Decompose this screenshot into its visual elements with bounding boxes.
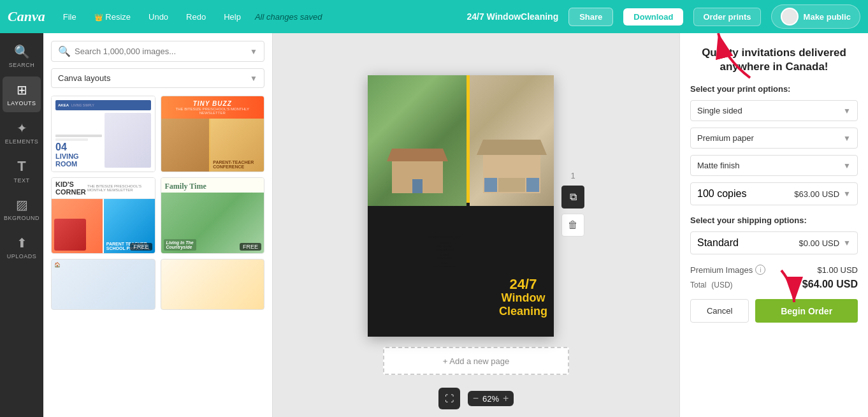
zoom-in-button[interactable]: + xyxy=(503,393,509,404)
layout-card-kidscorner[interactable]: KID'S CORNER THE BITESIZE PRESCHOOL'S MO… xyxy=(51,177,156,254)
share-button[interactable]: Share xyxy=(568,8,613,26)
search-icon: 🔍 xyxy=(14,44,30,59)
search-input[interactable] xyxy=(75,47,250,56)
total-row: Total (USD) $64.00 USD xyxy=(690,279,858,290)
help-button[interactable]: Help xyxy=(220,10,245,24)
layout-dropdown[interactable]: Canva layouts ▼ xyxy=(51,68,264,88)
zoom-control: − 62% + xyxy=(468,391,514,406)
layout-card-bottom1[interactable]: 🏠 xyxy=(51,259,156,310)
bottom-controls: ⛶ − 62% + xyxy=(438,388,514,409)
zoom-level: 62% xyxy=(482,394,499,404)
add-page-button[interactable]: + Add a new page xyxy=(383,347,569,375)
sidebar-item-text[interactable]: T TEXT xyxy=(3,153,41,189)
download-button[interactable]: Download xyxy=(623,8,683,26)
fit-page-button[interactable]: ⛶ xyxy=(438,388,460,409)
sidebar-item-search[interactable]: 🔍 SEARCH xyxy=(3,38,41,74)
crown-icon: 👑 xyxy=(94,13,103,21)
paper-select[interactable]: Premium paper ▼ xyxy=(690,128,858,149)
copies-price: $63.00 USD xyxy=(794,189,839,199)
dropdown-arrow-icon: ▼ xyxy=(250,47,257,56)
make-public-button[interactable]: Make public xyxy=(771,4,860,29)
avatar xyxy=(781,8,799,26)
sidebar-item-elements[interactable]: ✦ ELEMENTS xyxy=(3,115,41,150)
chevron-down-icon: ▼ xyxy=(843,161,851,170)
chevron-down-icon: ▼ xyxy=(843,238,851,247)
info-icon[interactable]: i xyxy=(755,265,765,275)
right-panel-headline: Quality invitations delivered anywhere i… xyxy=(690,46,858,74)
sidebar-item-label-search: SEARCH xyxy=(9,62,35,68)
elements-icon: ✦ xyxy=(17,121,27,136)
shipping-select[interactable]: Standard $0.00 USD ▼ xyxy=(690,231,858,254)
canvas-document[interactable]: BOBS CLEANING, LLC ADDRESS 2416 Dell Dri… xyxy=(368,75,554,337)
copy-page-button[interactable]: ⧉ xyxy=(561,186,584,208)
right-panel: Quality invitations delivered anywhere i… xyxy=(679,33,868,417)
canvas-wrapper: BOBS CLEANING, LLC ADDRESS 2416 Dell Dri… xyxy=(368,75,584,375)
layout-card-familytime[interactable]: Family Time Living In TheCountryside FRE… xyxy=(161,177,265,254)
main-layout: 🔍 SEARCH ⊞ LAYOUTS ✦ ELEMENTS T TEXT ▨ B… xyxy=(0,33,868,417)
text-icon: T xyxy=(17,158,25,175)
sidebar: 🔍 SEARCH ⊞ LAYOUTS ✦ ELEMENTS T TEXT ▨ B… xyxy=(0,33,43,417)
total-price: $64.00 USD xyxy=(802,279,858,290)
layout-card-tinybuzz[interactable]: TINY BUZZ THE BITESIZE PRESCHOOL'S MONTH… xyxy=(161,96,265,172)
shipping-price: $0.00 USD xyxy=(799,238,840,248)
free-badge: FREE xyxy=(130,243,152,251)
finish-select[interactable]: Matte finish ▼ xyxy=(690,155,858,176)
chevron-down-icon: ▼ xyxy=(843,106,851,115)
layout-card-akea[interactable]: AKEA LIVING SIMPLY 04 LIVINGROOM xyxy=(51,96,156,172)
chevron-down-icon: ▼ xyxy=(250,74,257,83)
project-name: 24/7 WindowCleaning xyxy=(467,11,558,22)
sidebar-item-label-text: TEXT xyxy=(13,177,29,184)
sidebar-item-label-background: BKGROUND xyxy=(4,215,40,221)
layouts-panel: 🔍 ▼ Canva layouts ▼ AKEA LIVING SIMPLY xyxy=(43,33,273,417)
resize-button[interactable]: 👑 Resize xyxy=(90,10,134,24)
print-options-label: Select your print options: xyxy=(690,84,858,94)
file-menu[interactable]: File xyxy=(59,10,80,24)
canva-logo: Canva xyxy=(8,8,45,25)
top-navigation: Canva File 👑 Resize Undo Redo Help All c… xyxy=(0,0,868,33)
total-currency: (USD) xyxy=(711,281,732,289)
canvas-side-tools: 1 ⧉ 🗑 xyxy=(561,75,584,237)
delete-page-button[interactable]: 🗑 xyxy=(561,214,584,237)
search-icon: 🔍 xyxy=(58,45,71,57)
action-buttons: Cancel Begin Order xyxy=(690,299,858,323)
more-layouts-row: 🏠 xyxy=(51,259,264,310)
order-prints-button[interactable]: Order prints xyxy=(693,8,760,26)
sidebar-item-label-uploads: UPLOADS xyxy=(7,253,37,260)
sidebar-item-label-elements: ELEMENTS xyxy=(5,138,39,145)
background-icon: ▨ xyxy=(16,197,28,212)
undo-button[interactable]: Undo xyxy=(145,10,172,24)
free-badge-family: FREE xyxy=(240,243,261,251)
redo-button[interactable]: Redo xyxy=(182,10,210,24)
copies-row[interactable]: 100 copies $63.00 USD ▼ xyxy=(690,182,858,205)
sided-select[interactable]: Single sided ▼ xyxy=(690,100,858,121)
premium-images-row: Premium Images i $1.00 USD xyxy=(690,265,858,275)
zoom-out-button[interactable]: − xyxy=(473,393,479,404)
shipping-options-label: Select your shipping options: xyxy=(690,216,858,225)
layout-card-bottom2[interactable] xyxy=(161,259,265,310)
premium-price: $1.00 USD xyxy=(817,265,858,275)
sidebar-item-label-layouts: LAYOUTS xyxy=(8,100,36,106)
uploads-icon: ⬆ xyxy=(17,235,27,251)
canvas-area: BOBS CLEANING, LLC ADDRESS 2416 Dell Dri… xyxy=(273,33,679,417)
layouts-grid: AKEA LIVING SIMPLY 04 LIVINGROOM xyxy=(51,96,264,254)
saved-status: All changes saved xyxy=(255,12,322,22)
chevron-down-icon: ▼ xyxy=(843,134,851,143)
layouts-icon: ⊞ xyxy=(17,82,27,98)
sidebar-item-background[interactable]: ▨ BKGROUND xyxy=(3,191,41,227)
chevron-down-icon: ▼ xyxy=(843,189,851,198)
begin-order-button[interactable]: Begin Order xyxy=(755,299,858,323)
search-box[interactable]: 🔍 ▼ xyxy=(51,41,264,62)
sidebar-item-uploads[interactable]: ⬆ UPLOADS xyxy=(3,230,41,265)
page-number-display: 1 xyxy=(570,171,575,180)
cancel-button[interactable]: Cancel xyxy=(690,299,749,323)
sidebar-item-layouts[interactable]: ⊞ LAYOUTS xyxy=(3,77,41,112)
